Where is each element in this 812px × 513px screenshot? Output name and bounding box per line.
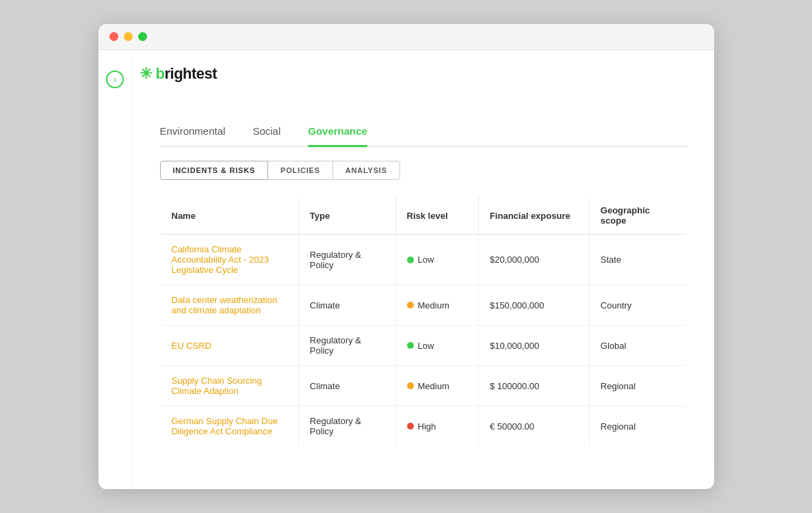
- col-header-risk: Risk level: [395, 197, 478, 235]
- cell-type: Climate: [298, 285, 395, 326]
- logo-area: ✳ brightest: [140, 65, 218, 83]
- tab-environmental[interactable]: Environmental: [160, 125, 226, 147]
- title-bar: [99, 24, 714, 50]
- sub-tabs: INCIDENTS & RISKS POLICIES ANALYSIS: [160, 161, 687, 180]
- tab-governance[interactable]: Governance: [308, 125, 367, 147]
- maximize-button[interactable]: [138, 32, 147, 41]
- logo-icon: ✳: [140, 65, 152, 83]
- sub-tab-incidents-risks[interactable]: INCIDENTS & RISKS: [160, 161, 269, 180]
- tab-social[interactable]: Social: [252, 125, 280, 147]
- table-row: German Supply Chain Due Diligence Act Co…: [160, 406, 686, 447]
- col-header-type: Type: [298, 197, 395, 235]
- cell-type: Regulatory & Policy: [298, 406, 395, 447]
- risk-name-link[interactable]: California Climate Accountability Act - …: [172, 244, 269, 275]
- cell-risk-level: Low: [395, 326, 478, 366]
- app-window: › ✳ brightest Environmental Social Gover…: [99, 24, 714, 489]
- cell-geographic-scope: Regional: [589, 366, 686, 406]
- cell-financial-exposure: € 50000.00: [478, 406, 589, 447]
- cell-risk-level: Medium: [395, 285, 478, 326]
- risk-dot-low: [407, 342, 414, 349]
- cell-name[interactable]: EU CSRD: [160, 326, 298, 366]
- minimize-button[interactable]: [124, 32, 133, 41]
- risk-dot-medium: [407, 382, 414, 389]
- risk-level-label: Medium: [418, 300, 449, 311]
- table-row: California Climate Accountability Act - …: [160, 235, 686, 285]
- cell-name[interactable]: German Supply Chain Due Diligence Act Co…: [160, 406, 298, 447]
- risk-level-label: Medium: [418, 381, 449, 391]
- cell-geographic-scope: Country: [589, 285, 686, 326]
- cell-geographic-scope: Global: [589, 326, 686, 366]
- cell-geographic-scope: State: [589, 235, 686, 285]
- cell-name[interactable]: Supply Chain Sourcing Climate Adaption: [160, 366, 298, 406]
- sub-tab-analysis[interactable]: ANALYSIS: [333, 161, 400, 180]
- table-row: Data center weatherization and climate a…: [160, 285, 686, 326]
- risk-dot-high: [407, 423, 414, 430]
- main-content: Environmental Social Governance INCIDENT…: [133, 50, 714, 474]
- table-row: EU CSRDRegulatory & PolicyLow$10,000,000…: [160, 326, 686, 366]
- cell-geographic-scope: Regional: [589, 406, 686, 447]
- sidebar: ›: [99, 57, 133, 489]
- risk-dot-medium: [407, 302, 414, 308]
- cell-financial-exposure: $150,000,000: [478, 285, 589, 326]
- col-header-geo: Geographic scope: [589, 197, 686, 235]
- table-header-row: Name Type Risk level Financial exposure …: [160, 197, 686, 235]
- risk-level-label: High: [418, 421, 436, 432]
- cell-type: Regulatory & Policy: [298, 326, 395, 366]
- risk-name-link[interactable]: German Supply Chain Due Diligence Act Co…: [172, 416, 278, 436]
- cell-risk-level: Low: [395, 235, 478, 285]
- sub-tab-policies[interactable]: POLICIES: [268, 161, 333, 180]
- cell-type: Climate: [298, 366, 395, 406]
- arrow-right-icon: ›: [114, 74, 117, 85]
- table-row: Supply Chain Sourcing Climate AdaptionCl…: [160, 366, 686, 406]
- risks-table: Name Type Risk level Financial exposure …: [160, 196, 687, 447]
- cell-financial-exposure: $ 100000.00: [478, 366, 589, 406]
- cell-financial-exposure: $20,000,000: [478, 235, 589, 285]
- risk-level-label: Low: [418, 341, 434, 351]
- risk-level-label: Low: [418, 254, 434, 265]
- risk-name-link[interactable]: EU CSRD: [172, 341, 212, 351]
- cell-type: Regulatory & Policy: [298, 235, 395, 285]
- cell-risk-level: Medium: [395, 366, 478, 406]
- cell-name[interactable]: California Climate Accountability Act - …: [160, 235, 298, 285]
- risk-name-link[interactable]: Data center weatherization and climate a…: [172, 295, 278, 315]
- risk-dot-low: [407, 256, 414, 263]
- col-header-name: Name: [160, 197, 298, 235]
- main-tabs: Environmental Social Governance: [160, 125, 687, 147]
- col-header-financial: Financial exposure: [478, 197, 589, 235]
- sidebar-toggle-button[interactable]: ›: [106, 70, 124, 88]
- cell-name[interactable]: Data center weatherization and climate a…: [160, 285, 298, 326]
- close-button[interactable]: [109, 32, 118, 41]
- risk-name-link[interactable]: Supply Chain Sourcing Climate Adaption: [172, 376, 262, 396]
- logo-text: brightest: [156, 65, 218, 83]
- cell-financial-exposure: $10,000,000: [478, 326, 589, 366]
- cell-risk-level: High: [395, 406, 478, 447]
